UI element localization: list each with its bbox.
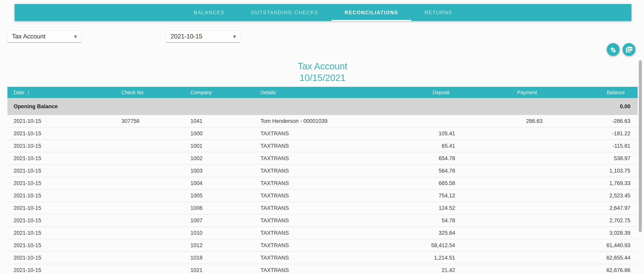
cell-company: 1010 [190,230,260,236]
cell-deposit: 65.41 [400,143,455,149]
table-row[interactable]: 2021-10-15 1007 TAXTRANS 54.78 2,702.75 [8,214,638,227]
cell-balance: 62,655.44 [542,255,630,261]
chevron-down-icon: ▾ [233,34,236,40]
table-row[interactable]: 2021-10-15 1010 TAXTRANS 325.64 3,028.39 [8,227,638,239]
cell-balance: 3,028.39 [542,230,630,236]
cell-deposit: 124.52 [400,205,455,211]
column-header-balance[interactable]: Balance [542,90,630,95]
table-row[interactable]: 2021-10-15 1018 TAXTRANS 1,214.51 62,655… [8,252,638,264]
column-header-date[interactable]: Date ↑ [8,89,122,96]
sort-order-button[interactable] [607,43,620,56]
pdf-export-icon: PDF [625,45,633,54]
tab-returns[interactable]: RETURNS [411,4,465,21]
cell-details: TAXTRANS [260,130,400,137]
table-row[interactable]: 2021-10-15 1006 TAXTRANS 124.52 2,647.97 [8,202,638,214]
table-header-row: Date ↑ Check No Company Details Deposit … [8,87,638,98]
cell-date: 2021-10-15 [8,205,122,211]
cell-company: 1007 [190,217,260,224]
cell-company: 1018 [190,255,260,261]
cell-company: 1005 [190,193,260,199]
cell-deposit: 654.78 [400,155,455,162]
cell-balance: 2,702.75 [542,217,630,224]
table-body: 2021-10-15 307758 1041 Tom Henderson - 0… [8,115,638,274]
cell-date: 2021-10-15 [8,168,122,174]
report-date: 10/15/2021 [8,72,638,83]
table-row[interactable]: 2021-10-15 1012 TAXTRANS 58,412.54 61,44… [8,239,638,252]
cell-details: TAXTRANS [260,155,400,162]
cell-company: 1000 [190,130,260,137]
column-header-deposit[interactable]: Deposit [400,90,455,95]
cell-balance: 62,676.86 [542,267,630,273]
date-select-value: 2021-10-15 [171,33,202,40]
column-header-company[interactable]: Company [190,90,260,95]
table-row[interactable]: 2021-10-15 1001 TAXTRANS 65.41 -115.81 [8,140,638,152]
table-row[interactable]: 2021-10-15 1000 TAXTRANS 105.41 -181.22 [8,127,638,140]
cell-details: TAXTRANS [260,205,400,211]
cell-check-no: 307758 [122,118,190,124]
table-row[interactable]: 2021-10-15 307758 1041 Tom Henderson - 0… [8,115,638,127]
tab-balances[interactable]: BALANCES [181,4,238,21]
cell-details: TAXTRANS [260,242,400,248]
cell-deposit: 21.42 [400,267,455,273]
cell-date: 2021-10-15 [8,180,122,186]
chevron-down-icon: ▾ [74,34,77,40]
table-row[interactable]: 2021-10-15 1003 TAXTRANS 564.78 1,103.75 [8,165,638,177]
cell-details: TAXTRANS [260,255,400,261]
tab-reconciliations[interactable]: RECONCILIATIONS [331,4,411,21]
cell-details: TAXTRANS [260,168,400,174]
cell-balance: -286.63 [542,118,630,124]
swap-vertical-icon [609,45,618,54]
cell-date: 2021-10-15 [8,230,122,236]
cell-details: TAXTRANS [260,267,400,273]
tab-bar: BALANCES OUTSTANDING CHECKS RECONCILIATI… [14,4,632,21]
vertical-scrollbar-thumb[interactable] [639,60,642,232]
cell-balance: 61,440.93 [542,242,630,248]
cell-balance: 1,769.33 [542,180,630,186]
cell-payment: 286.63 [455,118,542,124]
cell-balance: 2,647.97 [542,205,630,211]
cell-company: 1012 [190,242,260,248]
date-select[interactable]: 2021-10-15 ▾ [166,31,240,43]
table-row[interactable]: 2021-10-15 1004 TAXTRANS 665.58 1,769.33 [8,177,638,190]
cell-balance: -115.81 [542,143,630,149]
cell-deposit: 105.41 [400,130,455,137]
cell-balance: -181.22 [542,130,630,137]
column-header-details[interactable]: Details [260,90,400,95]
cell-deposit: 754.12 [400,193,455,199]
table-row[interactable]: 2021-10-15 1021 TAXTRANS 21.42 62,676.86 [8,264,638,274]
cell-deposit: 58,412.54 [400,242,455,248]
cell-details: Tom Henderson - 00001039 [260,118,400,124]
cell-deposit: 665.58 [400,180,455,186]
cell-date: 2021-10-15 [8,217,122,224]
cell-date: 2021-10-15 [8,242,122,248]
account-select[interactable]: Tax Account ▾ [8,31,81,43]
opening-balance-value: 0.00 [542,103,630,110]
cell-date: 2021-10-15 [8,267,122,273]
cell-company: 1002 [190,155,260,162]
sort-asc-icon: ↑ [27,89,30,96]
tab-outstanding-checks[interactable]: OUTSTANDING CHECKS [238,4,331,21]
cell-deposit: 1,214.51 [400,255,455,261]
cell-company: 1004 [190,180,260,186]
cell-details: TAXTRANS [260,230,400,236]
cell-company: 1003 [190,168,260,174]
cell-deposit: 54.78 [400,217,455,224]
cell-company: 1041 [190,118,260,124]
export-pdf-button[interactable]: PDF [622,43,636,56]
cell-details: TAXTRANS [260,143,400,149]
table-row[interactable]: 2021-10-15 1002 TAXTRANS 654.78 538.97 [8,152,638,165]
cell-date: 2021-10-15 [8,255,122,261]
svg-text:PDF: PDF [628,48,632,50]
column-header-payment[interactable]: Payment [455,90,542,95]
opening-balance-row: Opening Balance 0.00 [8,98,638,115]
cell-date: 2021-10-15 [8,143,122,149]
cell-date: 2021-10-15 [8,155,122,162]
opening-balance-label: Opening Balance [8,103,400,110]
cell-company: 1006 [190,205,260,211]
column-header-check-no[interactable]: Check No [122,90,190,95]
account-select-value: Tax Account [12,33,46,40]
reconciliation-table: Date ↑ Check No Company Details Deposit … [8,87,638,274]
cell-company: 1021 [190,267,260,273]
table-row[interactable]: 2021-10-15 1005 TAXTRANS 754.12 2,523.45 [8,190,638,202]
cell-balance: 538.97 [542,155,630,162]
